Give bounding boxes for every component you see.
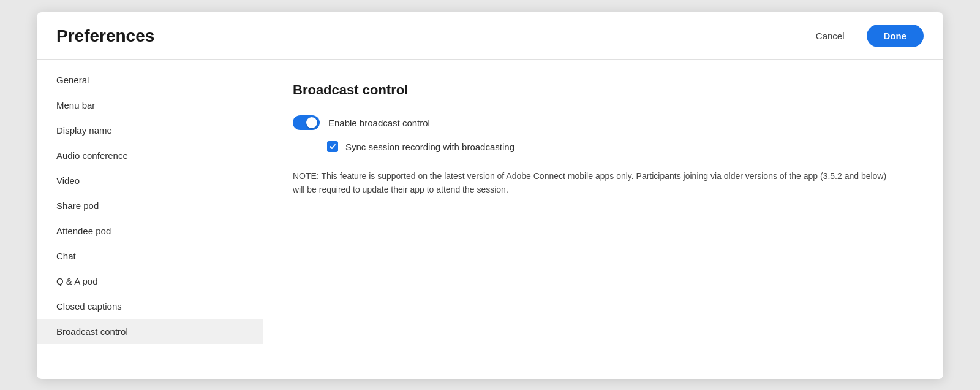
sidebar-item-chat[interactable]: Chat bbox=[37, 243, 263, 269]
cancel-button[interactable]: Cancel bbox=[806, 26, 854, 46]
done-button[interactable]: Done bbox=[867, 25, 924, 47]
preferences-dialog: Preferences Cancel Done GeneralMenu barD… bbox=[37, 12, 943, 379]
content-title: Broadcast control bbox=[293, 82, 914, 98]
note-text: NOTE: This feature is supported on the l… bbox=[293, 169, 893, 197]
sidebar-item-menu-bar[interactable]: Menu bar bbox=[37, 93, 263, 118]
header-actions: Cancel Done bbox=[806, 25, 924, 47]
dialog-header: Preferences Cancel Done bbox=[37, 12, 943, 60]
checkbox-row: Sync session recording with broadcasting bbox=[327, 141, 914, 152]
toggle-label: Enable broadcast control bbox=[328, 118, 430, 128]
sidebar-item-video[interactable]: Video bbox=[37, 168, 263, 193]
content-area: Broadcast control Enable broadcast contr… bbox=[263, 60, 943, 379]
dialog-title: Preferences bbox=[56, 26, 154, 46]
sidebar: GeneralMenu barDisplay nameAudio confere… bbox=[37, 60, 263, 379]
sidebar-item-general[interactable]: General bbox=[37, 67, 263, 93]
sidebar-item-broadcast-control[interactable]: Broadcast control bbox=[37, 319, 263, 344]
toggle-thumb bbox=[306, 117, 317, 128]
sync-recording-checkbox[interactable] bbox=[327, 141, 338, 152]
sidebar-item-closed-captions[interactable]: Closed captions bbox=[37, 294, 263, 319]
sidebar-item-share-pod[interactable]: Share pod bbox=[37, 193, 263, 218]
checkbox-label: Sync session recording with broadcasting bbox=[345, 142, 514, 152]
sidebar-item-audio-conference[interactable]: Audio conference bbox=[37, 143, 263, 168]
toggle-row: Enable broadcast control bbox=[293, 115, 914, 130]
broadcast-control-toggle[interactable] bbox=[293, 115, 320, 130]
sidebar-item-attendee-pod[interactable]: Attendee pod bbox=[37, 218, 263, 243]
dialog-body: GeneralMenu barDisplay nameAudio confere… bbox=[37, 60, 943, 379]
sidebar-item-qa-pod[interactable]: Q & A pod bbox=[37, 269, 263, 294]
sidebar-item-display-name[interactable]: Display name bbox=[37, 118, 263, 143]
